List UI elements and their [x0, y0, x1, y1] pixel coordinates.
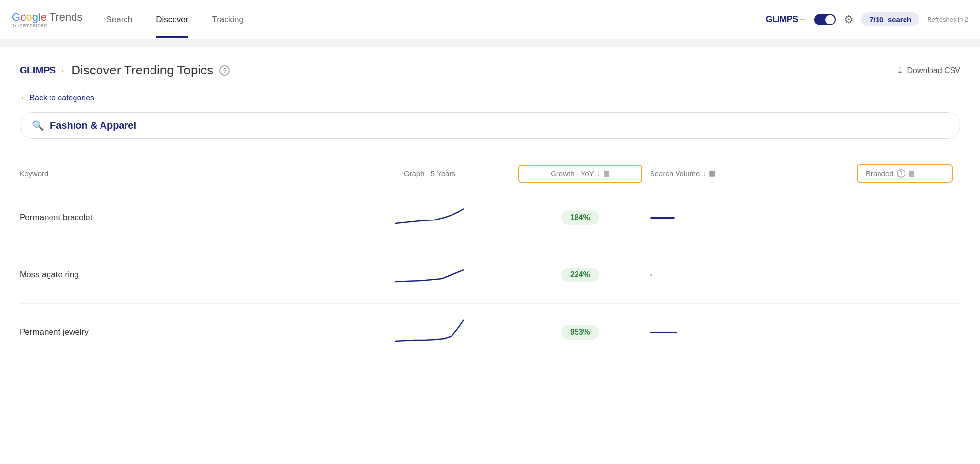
- growth-sort-icon[interactable]: ↓: [597, 170, 601, 177]
- search-suffix: search: [888, 15, 911, 24]
- page-title: Discover Trending Topics: [71, 63, 213, 78]
- keyword-cell: Permanent jewelry: [20, 304, 349, 361]
- download-csv-label: Download CSV: [907, 66, 961, 75]
- sparkline-chart: [395, 260, 464, 287]
- table-row: Permanent jewelry 953%: [20, 304, 960, 361]
- volume-bar: [650, 332, 677, 333]
- col-header-branded[interactable]: Branded ? ▦: [857, 158, 960, 189]
- volume-bar-container: [650, 332, 849, 333]
- header-right: GLIMPS→ ⚙ 7/10 search Refreshes in 2: [766, 12, 968, 26]
- glimpse-logo-page: GLIMPS→: [20, 65, 65, 76]
- growth-cell: 224%: [518, 246, 650, 304]
- branded-header-inner: Branded ? ▦: [866, 169, 915, 178]
- branded-filter-icon[interactable]: ▦: [908, 170, 915, 177]
- volume-bar: [650, 217, 675, 219]
- volume-bar-container: [650, 274, 849, 276]
- growth-cell: 953%: [518, 304, 650, 361]
- sparkline-chart: [395, 317, 464, 344]
- growth-value: 184%: [561, 210, 599, 225]
- search-count: 7/10: [869, 15, 883, 24]
- volume-bar-container: [650, 217, 849, 219]
- category-name: Fashion & Apparel: [50, 120, 136, 131]
- search-count-badge: 7/10 search: [861, 12, 919, 26]
- tab-search[interactable]: Search: [106, 1, 132, 38]
- volume-cell: [650, 304, 857, 361]
- main-nav: Search Discover Tracking: [106, 1, 765, 38]
- branded-cell: [857, 189, 960, 246]
- growth-value: 953%: [561, 325, 599, 340]
- table-row: Permanent bracelet 184%: [20, 189, 960, 246]
- page-title-help-icon[interactable]: ?: [219, 65, 230, 76]
- download-icon: ⇣: [896, 65, 904, 76]
- logo-area: Google Trends Supercharged: [12, 11, 82, 28]
- settings-icon[interactable]: ⚙: [844, 13, 854, 26]
- glimpse-toggle[interactable]: [814, 14, 836, 25]
- col-header-keyword: Keyword: [20, 158, 349, 189]
- keyword-cell: Moss agate ring: [20, 246, 349, 304]
- sparkline-chart: [395, 203, 464, 230]
- search-icon: 🔍: [32, 120, 44, 131]
- branded-cell: [857, 304, 960, 361]
- main-header: Google Trends Supercharged Search Discov…: [0, 0, 980, 39]
- glimpse-logo-header: GLIMPS→: [766, 14, 807, 24]
- page-title-left: GLIMPS→ Discover Trending Topics ?: [20, 63, 230, 78]
- growth-cell: 184%: [518, 189, 650, 246]
- graph-cell: [349, 189, 518, 246]
- sub-header-bar: [0, 39, 980, 47]
- category-search-bar[interactable]: 🔍 Fashion & Apparel: [20, 112, 960, 139]
- app-logo: Google Trends: [12, 11, 82, 24]
- logo-subtitle: Supercharged: [12, 23, 82, 28]
- volume-cell: [650, 189, 857, 246]
- growth-value: 224%: [561, 268, 599, 282]
- table-row: Moss agate ring 224%: [20, 246, 960, 304]
- tab-tracking[interactable]: Tracking: [212, 1, 244, 38]
- volume-sort-icon[interactable]: ↓: [703, 170, 706, 177]
- col-header-volume[interactable]: Search Volume ↓ ▦: [650, 158, 857, 189]
- back-to-categories-link[interactable]: ← Back to categories: [20, 94, 94, 102]
- download-csv-button[interactable]: ⇣ Download CSV: [896, 65, 961, 76]
- volume-cell: [650, 246, 857, 304]
- refresh-text: Refreshes in 2: [927, 16, 968, 23]
- table-header: Keyword Graph - 5 Years Growth - YoY ↓ ▦: [20, 158, 960, 189]
- branded-help-icon[interactable]: ?: [897, 169, 905, 178]
- volume-header-inner: Search Volume ↓ ▦: [650, 170, 716, 178]
- branded-cell: [857, 246, 960, 304]
- col-header-growth[interactable]: Growth - YoY ↓ ▦: [518, 158, 650, 189]
- keyword-cell: Permanent bracelet: [20, 189, 349, 246]
- volume-bar-sm: [650, 274, 652, 276]
- page-title-row: GLIMPS→ Discover Trending Topics ? ⇣ Dow…: [20, 63, 960, 78]
- graph-cell: [349, 246, 518, 304]
- growth-filter-icon[interactable]: ▦: [603, 170, 610, 177]
- trends-table: Keyword Graph - 5 Years Growth - YoY ↓ ▦: [20, 158, 960, 361]
- col-header-graph: Graph - 5 Years: [349, 158, 518, 189]
- tab-discover[interactable]: Discover: [156, 1, 188, 38]
- growth-header-inner: Growth - YoY ↓ ▦: [551, 170, 609, 178]
- volume-filter-icon[interactable]: ▦: [709, 170, 715, 177]
- graph-cell: [349, 304, 518, 361]
- page-content: GLIMPS→ Discover Trending Topics ? ⇣ Dow…: [0, 47, 980, 377]
